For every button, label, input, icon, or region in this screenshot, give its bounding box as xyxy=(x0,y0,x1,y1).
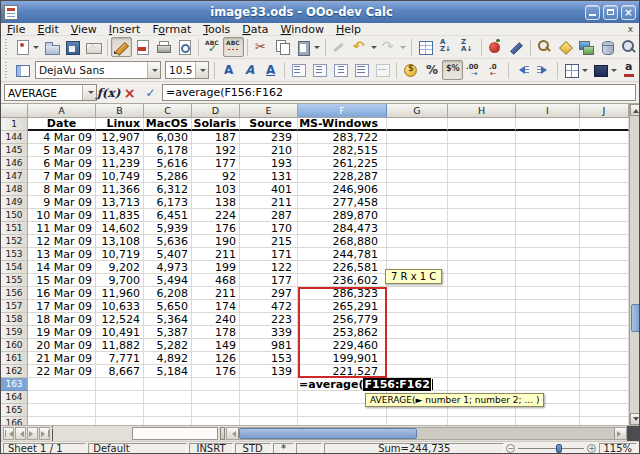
data-cell[interactable]: 131 xyxy=(240,170,298,183)
data-cell[interactable] xyxy=(387,235,448,248)
page-preview-button[interactable] xyxy=(174,37,195,57)
data-cell[interactable] xyxy=(448,209,516,222)
data-cell[interactable] xyxy=(387,287,448,300)
data-cell[interactable] xyxy=(516,144,580,157)
data-cell[interactable]: 11,366 xyxy=(96,183,144,196)
data-cell[interactable]: 12 Mar 09 xyxy=(28,235,96,248)
data-cell[interactable] xyxy=(387,313,448,326)
data-cell[interactable]: 174 xyxy=(192,300,240,313)
data-cell[interactable]: 9 Mar 09 xyxy=(28,196,96,209)
chevron-down-icon[interactable] xyxy=(582,69,588,72)
data-cell[interactable] xyxy=(448,261,516,274)
data-cell[interactable] xyxy=(580,404,629,417)
data-cell[interactable] xyxy=(192,391,240,404)
input-line[interactable] xyxy=(162,84,636,101)
data-cell[interactable]: 187 xyxy=(192,131,240,144)
formula-input[interactable] xyxy=(163,86,635,99)
data-cell[interactable] xyxy=(580,183,629,196)
copy-button[interactable] xyxy=(272,37,293,57)
data-cell[interactable] xyxy=(387,170,448,183)
menu-insert[interactable]: Insert xyxy=(103,23,147,36)
sum-panel[interactable]: Sum=244,735 xyxy=(324,443,504,454)
data-cell[interactable] xyxy=(580,248,629,261)
next-sheet-button[interactable] xyxy=(27,427,38,440)
data-cell[interactable] xyxy=(516,313,580,326)
data-cell[interactable]: 199,901 xyxy=(298,352,387,365)
data-cell[interactable] xyxy=(580,196,629,209)
data-cell[interactable] xyxy=(516,417,580,425)
dropdown-button[interactable] xyxy=(195,62,208,78)
data-cell[interactable] xyxy=(28,378,96,391)
data-cell[interactable] xyxy=(516,339,580,352)
data-cell[interactable] xyxy=(387,209,448,222)
data-cell[interactable] xyxy=(387,326,448,339)
delete-decimal-button[interactable] xyxy=(484,60,505,80)
row-header-145[interactable]: 145 xyxy=(1,144,28,157)
data-cell[interactable] xyxy=(387,131,448,144)
data-cell[interactable]: 92 xyxy=(192,170,240,183)
data-cell[interactable]: 468 xyxy=(192,274,240,287)
data-cell[interactable] xyxy=(516,248,580,261)
data-cell[interactable] xyxy=(387,144,448,157)
data-cell[interactable]: 6,312 xyxy=(144,183,192,196)
data-cell[interactable]: 139 xyxy=(240,365,298,378)
data-cell[interactable]: 240 xyxy=(192,313,240,326)
data-cell[interactable] xyxy=(516,196,580,209)
data-cell[interactable]: 261,225 xyxy=(298,157,387,170)
data-cell[interactable]: 5 Mar 09 xyxy=(28,144,96,157)
header-cell[interactable]: Solaris xyxy=(192,118,240,131)
data-cell[interactable]: 282,515 xyxy=(298,144,387,157)
chevron-down-icon[interactable] xyxy=(33,46,39,49)
data-cell[interactable]: 253,862 xyxy=(298,326,387,339)
vertical-scrollbar-thumb[interactable] xyxy=(631,304,640,332)
data-cell[interactable]: 177 xyxy=(192,157,240,170)
selection-mode-panel[interactable]: STD xyxy=(235,443,271,454)
header-cell[interactable]: Linux xyxy=(96,118,144,131)
zoom-button[interactable] xyxy=(618,37,639,57)
data-cell[interactable] xyxy=(448,248,516,261)
menu-tools[interactable]: Tools xyxy=(197,23,236,36)
data-cell[interactable] xyxy=(580,417,629,425)
data-cell[interactable]: 210 xyxy=(240,144,298,157)
data-cell[interactable]: 5,286 xyxy=(144,170,192,183)
data-cell[interactable]: 10,491 xyxy=(96,326,144,339)
data-cell[interactable]: 4,892 xyxy=(144,352,192,365)
data-cell[interactable]: 192 xyxy=(192,144,240,157)
data-cell[interactable]: 8 Mar 09 xyxy=(28,183,96,196)
data-cell[interactable]: 981 xyxy=(240,339,298,352)
data-cell[interactable]: 153 xyxy=(240,352,298,365)
document-close-button[interactable]: x xyxy=(622,24,639,34)
save-button[interactable] xyxy=(62,37,83,57)
data-cell[interactable]: 221,527 xyxy=(298,365,387,378)
sort-descending-button[interactable] xyxy=(457,37,478,57)
row-header-148[interactable]: 148 xyxy=(1,183,28,196)
row-header-144[interactable]: 144 xyxy=(1,131,28,144)
data-cell[interactable] xyxy=(144,378,192,391)
data-cell[interactable]: 8,667 xyxy=(96,365,144,378)
first-sheet-button[interactable] xyxy=(3,427,14,440)
row-header-160[interactable]: 160 xyxy=(1,339,28,352)
data-cell[interactable] xyxy=(448,352,516,365)
font-color-button[interactable] xyxy=(619,60,640,80)
sheet-tab-cleansed[interactable]: Cleansed xyxy=(52,427,130,442)
column-header-d[interactable]: D xyxy=(192,104,240,118)
data-cell[interactable] xyxy=(448,157,516,170)
autospellcheck-button[interactable] xyxy=(223,37,244,57)
data-cell[interactable] xyxy=(96,417,144,425)
data-cell[interactable]: 286,323 xyxy=(298,287,387,300)
data-cell[interactable]: 339 xyxy=(240,326,298,339)
data-cell[interactable] xyxy=(516,235,580,248)
data-cell[interactable]: 10,749 xyxy=(96,170,144,183)
data-cell[interactable] xyxy=(448,365,516,378)
navigator-button[interactable] xyxy=(555,37,576,57)
row-header-155[interactable]: 155 xyxy=(1,274,28,287)
data-cell[interactable] xyxy=(580,326,629,339)
menu-format[interactable]: Format xyxy=(146,23,197,36)
data-cell[interactable] xyxy=(28,417,96,425)
italic-button[interactable] xyxy=(239,60,260,80)
data-cell[interactable] xyxy=(516,378,580,391)
cell-reference-input[interactable] xyxy=(5,87,82,99)
data-cell[interactable] xyxy=(192,378,240,391)
data-cell[interactable] xyxy=(580,352,629,365)
name-box[interactable] xyxy=(4,84,97,101)
